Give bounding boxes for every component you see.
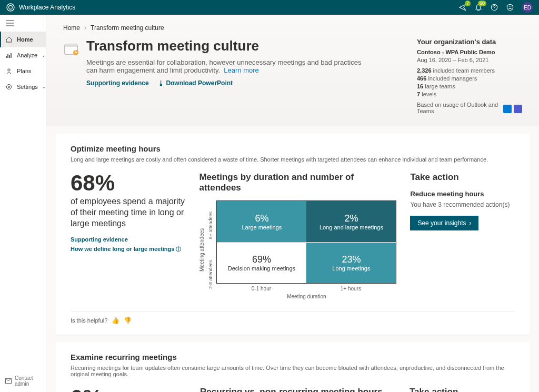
app-logo-icon — [6, 3, 15, 12]
helpful-row: Is this helpful? 👍 👎 — [71, 311, 515, 324]
nav-home[interactable]: Home — [0, 32, 46, 47]
main-content: Home › Transform meeting culture Transfo… — [46, 15, 539, 392]
hero-section: Home › Transform meeting culture Transfo… — [46, 15, 539, 126]
supporting-evidence-link[interactable]: Supporting evidence — [86, 79, 149, 87]
learn-more-link[interactable]: Learn more — [224, 66, 258, 74]
nav-settings[interactable]: Settings ⌄ — [0, 79, 46, 95]
card-title: Examine recurring meetings — [71, 353, 515, 361]
chart-title: Recurring vs. non-recurring meeting hour… — [200, 387, 396, 392]
breadcrumb-home[interactable]: Home — [63, 24, 80, 32]
matrix-cell-large: 6% Large meetings — [217, 201, 306, 242]
sidebar: Home Analyze ⌄ Plans Settings ⌄ Contact … — [0, 15, 46, 392]
matrix-cell-long-large: 2% Long and large meetings — [306, 201, 396, 242]
matrix-cell-long: 23% Long meetings — [306, 242, 396, 283]
page-icon — [63, 41, 79, 57]
bell-icon[interactable]: 60 — [475, 4, 482, 11]
chart-title: Meetings by duration and number of atten… — [199, 172, 396, 193]
stat-value: 0% — [71, 387, 186, 392]
matrix-cell-decision: 69% Decision making meetings — [217, 242, 306, 283]
analyze-icon — [5, 52, 13, 59]
chevron-down-icon: ⌄ — [42, 53, 46, 58]
stat-value: 68% — [71, 172, 185, 194]
card-subtitle: Long and large meetings are costly and o… — [71, 156, 515, 163]
thumbs-up-icon[interactable]: 👍 — [112, 317, 119, 324]
teams-icon — [514, 105, 522, 113]
home-icon — [5, 36, 13, 43]
svg-rect-11 — [65, 44, 77, 47]
take-action-title: Take action — [410, 172, 515, 183]
take-action-title: Take action — [410, 387, 515, 392]
thumbs-down-icon[interactable]: 👎 — [124, 317, 132, 324]
define-meetings-link[interactable]: How we define long or large meetings ⓘ — [71, 246, 185, 253]
stat-description: of employees spend a majority of their m… — [71, 196, 185, 229]
send-icon[interactable]: 7 — [459, 4, 466, 11]
download-icon: ⭳ — [158, 79, 164, 87]
nav-analyze[interactable]: Analyze ⌄ — [0, 47, 46, 63]
page-description: Meetings are essential for collaboration… — [86, 58, 371, 74]
svg-point-7 — [7, 85, 12, 89]
user-avatar[interactable]: ED — [522, 2, 533, 13]
gear-icon — [5, 83, 13, 91]
top-bar: Workplace Analytics 7 60 ED — [0, 0, 539, 15]
info-icon: ⓘ — [176, 246, 181, 252]
send-badge: 7 — [465, 1, 471, 6]
recurring-meetings-card: Examine recurring meetings Recurring mee… — [56, 342, 530, 392]
action-description: You have 3 recommended action(s) — [410, 201, 515, 208]
page-title: Transform meeting culture — [86, 38, 371, 54]
outlook-icon — [503, 105, 512, 113]
svg-point-8 — [8, 86, 10, 88]
hamburger-icon[interactable] — [0, 15, 46, 32]
svg-point-0 — [7, 4, 14, 11]
svg-point-6 — [8, 69, 10, 71]
nav-plans[interactable]: Plans — [0, 63, 46, 79]
app-name: Workplace Analytics — [19, 4, 75, 11]
card-title: Optimize meeting hours — [71, 144, 515, 153]
download-powerpoint-link[interactable]: ⭳ Download PowerPoint — [158, 79, 233, 87]
card-subtitle: Recurring meetings for team updates ofte… — [71, 365, 515, 377]
contact-admin[interactable]: Contact admin — [0, 370, 46, 392]
optimize-meeting-card: Optimize meeting hours Long and large me… — [56, 134, 530, 335]
svg-point-4 — [509, 6, 510, 7]
svg-point-3 — [507, 4, 513, 10]
svg-point-5 — [511, 6, 511, 7]
org-title: Your organization's data — [417, 38, 522, 46]
plans-icon — [5, 67, 13, 75]
chevron-right-icon: › — [469, 219, 471, 227]
supporting-evidence-link[interactable]: Supporting evidence — [71, 236, 185, 243]
chevron-down-icon: ⌄ — [42, 84, 46, 89]
svg-point-1 — [9, 6, 13, 9]
smile-icon[interactable] — [506, 4, 514, 11]
breadcrumb-current: Transform meeting culture — [91, 24, 164, 32]
mail-icon — [5, 378, 12, 384]
action-subtitle: Reduce meeting hours — [410, 190, 515, 198]
chevron-right-icon: › — [84, 24, 86, 32]
help-icon[interactable] — [491, 4, 498, 11]
see-insights-button[interactable]: See your insights › — [410, 216, 478, 230]
bell-badge: 60 — [478, 1, 486, 6]
org-data-panel: Your organization's data Contoso - WPA P… — [417, 38, 522, 116]
matrix-chart: Meeting attendees 8+ attendees 2-8 atten… — [199, 200, 396, 299]
breadcrumb: Home › Transform meeting culture — [63, 24, 522, 32]
